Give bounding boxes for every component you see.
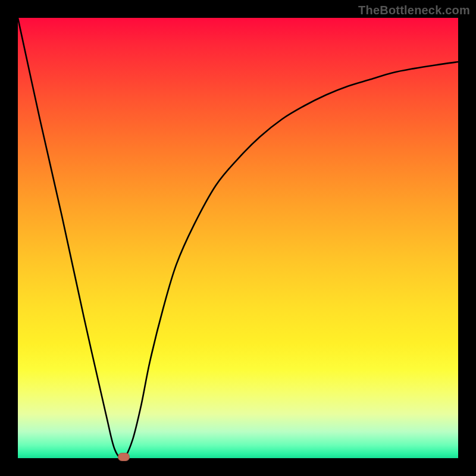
plot-area	[18, 18, 458, 458]
watermark-text: TheBottleneck.com	[358, 4, 470, 17]
minimum-marker	[118, 453, 130, 461]
bottleneck-curve	[18, 18, 458, 458]
curve-layer	[18, 18, 458, 458]
chart-frame: TheBottleneck.com	[0, 0, 476, 476]
